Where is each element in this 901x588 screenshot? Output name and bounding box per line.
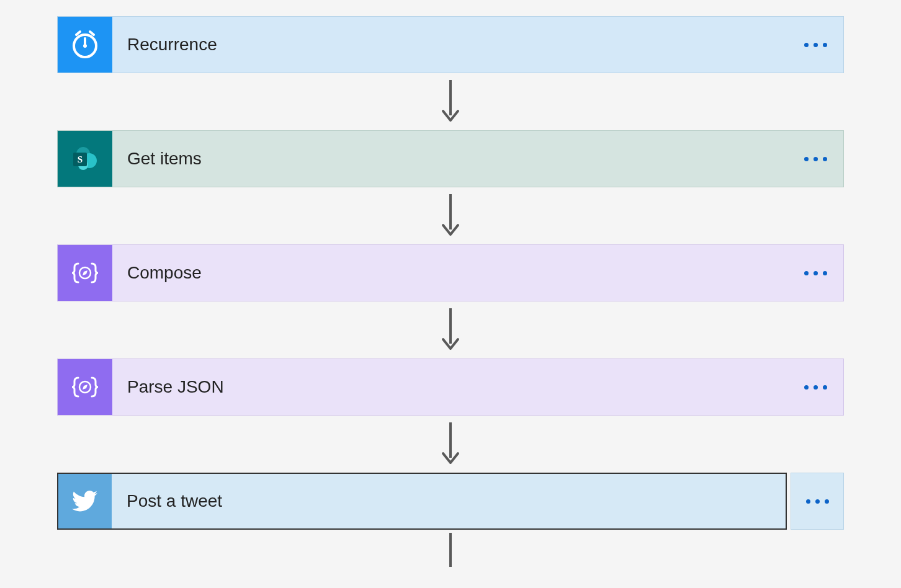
step-title: Post a tweet — [112, 474, 786, 528]
ellipsis-icon — [804, 43, 827, 47]
step-compose[interactable]: Compose — [57, 244, 844, 301]
twitter-icon — [58, 474, 112, 528]
step-post-tweet[interactable]: Post a tweet — [57, 473, 844, 530]
arrow-connector — [438, 187, 463, 244]
ellipsis-icon — [806, 499, 829, 504]
arrow-connector — [438, 73, 463, 130]
braces-pencil-icon — [58, 359, 112, 415]
ellipsis-icon — [804, 271, 827, 275]
more-menu-button[interactable] — [787, 131, 843, 187]
ellipsis-icon — [804, 157, 827, 161]
step-title: Compose — [112, 245, 787, 301]
step-parse-json[interactable]: Parse JSON — [57, 359, 844, 416]
braces-pencil-icon — [58, 245, 112, 301]
flow-designer: Recurrence S Get items — [0, 16, 901, 567]
step-title: Recurrence — [112, 17, 787, 73]
more-menu-button[interactable] — [787, 245, 843, 301]
step-title: Get items — [112, 131, 787, 187]
more-menu-button[interactable] — [787, 17, 843, 73]
more-menu-button[interactable] — [791, 473, 844, 530]
svg-text:S: S — [78, 154, 83, 164]
step-get-items[interactable]: S Get items — [57, 130, 844, 187]
arrow-connector — [438, 530, 463, 567]
more-menu-button[interactable] — [787, 359, 843, 415]
clock-icon — [58, 17, 112, 73]
step-title: Parse JSON — [112, 359, 787, 415]
arrow-connector — [438, 301, 463, 359]
step-recurrence[interactable]: Recurrence — [57, 16, 844, 73]
ellipsis-icon — [804, 385, 827, 390]
sharepoint-icon: S — [58, 131, 112, 187]
arrow-connector — [438, 416, 463, 473]
